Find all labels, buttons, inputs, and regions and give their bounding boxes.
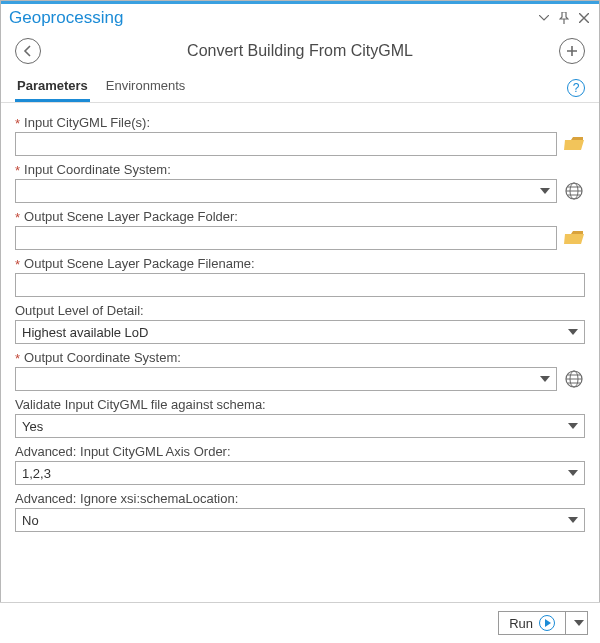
output-folder-input[interactable]: [15, 226, 557, 250]
required-marker: *: [15, 352, 20, 365]
field-input-crs: * Input Coordinate System:: [15, 162, 585, 203]
tool-header: Convert Building From CityGML: [1, 28, 599, 72]
label-output-crs: Output Coordinate System:: [24, 350, 181, 365]
run-group: Run: [498, 611, 588, 635]
browse-folder-icon[interactable]: [563, 134, 585, 154]
globe-icon[interactable]: [563, 369, 585, 389]
label-lod: Output Level of Detail:: [15, 303, 144, 318]
window-controls: [537, 11, 591, 25]
field-input-files: * Input CityGML File(s):: [15, 115, 585, 156]
chevron-down-icon: [568, 329, 578, 335]
axis-order-select[interactable]: 1,2,3: [15, 461, 585, 485]
field-output-folder: * Output Scene Layer Package Folder:: [15, 209, 585, 250]
browse-folder-icon[interactable]: [563, 228, 585, 248]
parameters-form: * Input CityGML File(s): * Input Coordin…: [1, 111, 599, 532]
label-input-crs: Input Coordinate System:: [24, 162, 171, 177]
back-button[interactable]: [15, 38, 41, 64]
add-button[interactable]: [559, 38, 585, 64]
output-filename-input[interactable]: [15, 273, 585, 297]
validate-select[interactable]: Yes: [15, 414, 585, 438]
help-icon[interactable]: ?: [567, 79, 585, 97]
field-output-filename: * Output Scene Layer Package Filename:: [15, 256, 585, 297]
required-marker: *: [15, 211, 20, 224]
label-output-folder: Output Scene Layer Package Folder:: [24, 209, 238, 224]
chevron-down-icon: [568, 517, 578, 523]
ignore-schema-select[interactable]: No: [15, 508, 585, 532]
chevron-down-icon: [568, 470, 578, 476]
label-validate: Validate Input CityGML file against sche…: [15, 397, 266, 412]
field-lod: Output Level of Detail: Highest availabl…: [15, 303, 585, 344]
run-dropdown[interactable]: [566, 611, 588, 635]
required-marker: *: [15, 117, 20, 130]
input-files-input[interactable]: [15, 132, 557, 156]
field-ignore-schema: Advanced: Ignore xsi:schemaLocation: No: [15, 491, 585, 532]
tabs-row: Parameters Environments ?: [1, 72, 599, 102]
tab-environments[interactable]: Environments: [104, 74, 187, 102]
chevron-down-icon: [540, 376, 550, 382]
validate-value: Yes: [22, 419, 564, 434]
required-marker: *: [15, 164, 20, 177]
tab-parameters[interactable]: Parameters: [15, 74, 90, 102]
pin-icon[interactable]: [557, 11, 571, 25]
axis-order-value: 1,2,3: [22, 466, 564, 481]
footer: Run: [0, 602, 600, 643]
run-button[interactable]: Run: [498, 611, 566, 635]
label-axis-order: Advanced: Input CityGML Axis Order:: [15, 444, 231, 459]
dropdown-icon[interactable]: [537, 11, 551, 25]
field-axis-order: Advanced: Input CityGML Axis Order: 1,2,…: [15, 444, 585, 485]
tabs-underline: [1, 102, 599, 103]
chevron-down-icon: [574, 620, 584, 626]
tabs: Parameters Environments: [15, 74, 187, 102]
label-input-files: Input CityGML File(s):: [24, 115, 150, 130]
ignore-schema-value: No: [22, 513, 564, 528]
tool-title: Convert Building From CityGML: [187, 42, 413, 60]
chevron-down-icon: [540, 188, 550, 194]
lod-select[interactable]: Highest available LoD: [15, 320, 585, 344]
field-validate: Validate Input CityGML file against sche…: [15, 397, 585, 438]
run-label: Run: [509, 616, 533, 631]
window-title: Geoprocessing: [9, 8, 123, 28]
chevron-down-icon: [568, 423, 578, 429]
close-icon[interactable]: [577, 11, 591, 25]
required-marker: *: [15, 258, 20, 271]
output-crs-select[interactable]: [15, 367, 557, 391]
field-output-crs: * Output Coordinate System:: [15, 350, 585, 391]
globe-icon[interactable]: [563, 181, 585, 201]
label-ignore-schema: Advanced: Ignore xsi:schemaLocation:: [15, 491, 238, 506]
play-icon: [539, 615, 555, 631]
titlebar: Geoprocessing: [1, 1, 599, 28]
input-crs-select[interactable]: [15, 179, 557, 203]
label-output-filename: Output Scene Layer Package Filename:: [24, 256, 255, 271]
lod-value: Highest available LoD: [22, 325, 564, 340]
